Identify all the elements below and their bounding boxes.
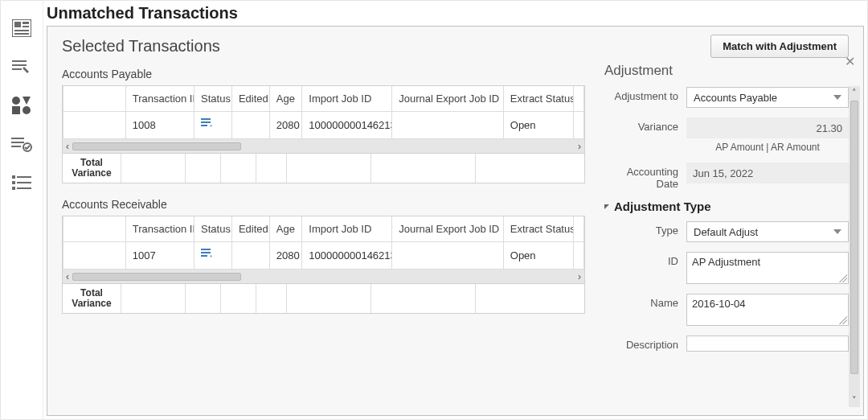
adjustment-type-heading[interactable]: Adjustment Type [604,200,849,213]
ap-table: Transaction ID Status Edited Age Import … [62,85,585,139]
th[interactable] [63,216,126,242]
type-select[interactable]: Default Adjust [686,221,849,242]
adjustment-to-select[interactable]: Accounts Payable [686,87,849,108]
th[interactable]: Journal Export Job ID [392,86,504,112]
cell-import-job-id: 100000000146213 [302,242,392,270]
id-label: ID [604,252,686,267]
table-row[interactable]: 1007 * 2080 100000000146213 Open [63,242,584,270]
fcell [476,154,584,183]
status-list-icon: * [201,249,214,260]
id-value: AP Adjustment [692,256,760,268]
name-value: 2016-10-04 [692,298,746,310]
th[interactable]: Transaction ID [125,216,194,242]
chevron-up-icon[interactable]: ˄ [849,88,860,98]
icon-sidebar [1,1,43,419]
svg-rect-23 [201,118,211,120]
th[interactable]: Journal Export Job ID [392,216,504,242]
th[interactable]: Extract Status [503,216,573,242]
resize-grip-icon[interactable] [839,316,847,324]
th[interactable] [63,86,126,112]
cell [574,242,584,270]
svg-rect-14 [11,142,24,143]
cell [63,112,126,139]
variance-value: 21.30 [686,117,849,138]
chevron-left-icon[interactable]: ‹ [66,141,69,152]
svg-rect-25 [201,125,207,126]
svg-point-9 [12,97,20,105]
th[interactable]: Status [194,216,232,242]
type-value: Default Adjust [694,226,758,238]
fcell [186,284,221,313]
ap-horizontal-scrollbar[interactable]: ‹ › [62,139,585,154]
th[interactable]: Age [269,86,302,112]
ar-table: Transaction ID Status Edited Age Import … [62,216,585,270]
th[interactable]: Import Job ID [302,216,392,242]
name-input[interactable]: 2016-10-04 [686,294,849,326]
svg-text:*: * [210,123,212,130]
chevron-down-icon[interactable]: ˅ [849,395,860,406]
cell-edited [231,242,269,270]
total-variance-label: Total Variance [63,154,121,183]
sidebar-icon-shapes[interactable] [9,93,35,118]
cell-age: 2080 [269,112,302,139]
resize-grip-icon[interactable] [839,274,847,282]
chevron-right-icon[interactable]: › [578,141,581,152]
adjustment-type-heading-text: Adjustment Type [614,200,711,213]
chevron-down-icon [833,95,841,100]
page-title: Unmatched Transactions [43,1,867,26]
th[interactable]: Extract Status [503,86,573,112]
scrollbar-thumb[interactable] [850,101,858,374]
svg-rect-8 [12,68,22,70]
fcell [121,284,186,313]
sidebar-icon-4[interactable] [9,131,35,157]
ap-section-label: Accounts Payable [62,68,585,80]
accounting-date-label: Accounting Date [604,163,686,190]
th[interactable]: Age [269,216,302,242]
fcell [256,154,287,183]
svg-rect-21 [12,187,15,190]
cell-extract-status: Open [503,242,573,270]
ar-horizontal-scrollbar[interactable]: ‹ › [62,270,585,284]
th[interactable]: Edited [231,216,269,242]
fcell [287,284,371,313]
sidebar-icon-5[interactable] [9,170,35,196]
th[interactable]: Edited [231,86,269,112]
panel-vertical-scrollbar[interactable]: ˄ ˅ [849,86,860,407]
id-input[interactable]: AP Adjustment [686,252,849,284]
chevron-right-icon[interactable]: › [578,271,581,282]
table-row[interactable]: 1008 * 2080 100000000146213 Open [63,112,584,139]
cell [574,112,584,139]
sidebar-icon-2[interactable] [9,54,35,80]
th[interactable]: Status [194,86,232,112]
th[interactable]: Transaction ID [125,86,194,112]
chevron-left-icon[interactable]: ‹ [66,271,69,282]
cell-transaction-id: 1008 [125,112,194,139]
table-header-row: Transaction ID Status Edited Age Import … [63,86,584,112]
th[interactable]: Import Job ID [302,86,392,112]
ap-footer-row: Total Variance [62,154,585,183]
collapse-triangle-icon [604,204,609,209]
adjustment-to-value: Accounts Payable [694,92,777,104]
cell [63,242,126,270]
name-label: Name [604,294,686,309]
svg-rect-4 [14,30,29,31]
sidebar-icon-1[interactable] [9,15,35,41]
svg-rect-5 [14,33,29,35]
th[interactable] [574,216,584,242]
match-with-adjustment-button[interactable]: Match with Adjustment [710,35,849,58]
description-input[interactable] [686,336,849,352]
variance-label: Variance [604,117,686,133]
cell-status: * [194,242,232,270]
type-label: Type [604,221,686,237]
svg-rect-3 [23,26,29,27]
svg-rect-27 [201,249,211,250]
accounting-date-value: Jun 15, 2022 [686,163,849,183]
svg-rect-15 [11,146,21,147]
th[interactable] [574,86,584,112]
scrollbar-thumb[interactable] [72,142,241,150]
cell-transaction-id: 1007 [125,242,194,270]
scrollbar-thumb[interactable] [72,273,241,281]
svg-rect-17 [12,175,15,179]
fcell [186,154,221,183]
svg-rect-18 [17,176,31,178]
